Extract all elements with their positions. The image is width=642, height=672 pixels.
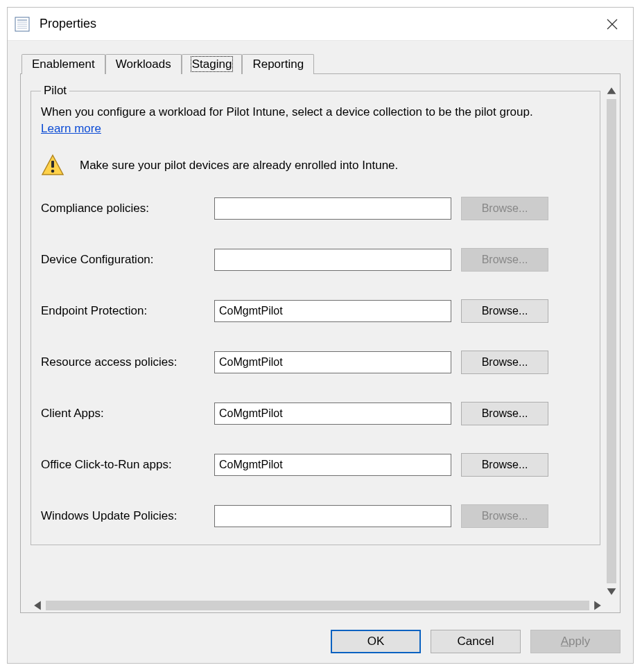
browse-resource-access-policies[interactable]: Browse... xyxy=(461,351,548,374)
svg-marker-12 xyxy=(607,588,616,595)
row-resource-access-policies: Resource access policies: Browse... xyxy=(41,351,590,374)
input-windows-update-policies[interactable] xyxy=(214,505,451,527)
scroll-right-arrow[interactable] xyxy=(592,600,603,611)
close-icon xyxy=(607,19,618,30)
row-compliance-policies: Compliance policies: Browse... xyxy=(41,197,590,220)
svg-marker-14 xyxy=(594,601,601,610)
pilot-group: Pilot When you configure a workload for … xyxy=(31,84,600,545)
titlebar: Properties xyxy=(8,8,633,41)
pilot-legend: Pilot xyxy=(41,84,69,98)
app-icon xyxy=(15,17,30,32)
label-device-configuration: Device Configuration: xyxy=(41,253,214,267)
properties-dialog: Properties Enablement Workloads Staging … xyxy=(7,7,634,664)
scroll-area: Pilot When you configure a workload for … xyxy=(31,84,620,599)
dialog-body: Enablement Workloads Staging Reporting P… xyxy=(8,41,633,620)
input-compliance-policies[interactable] xyxy=(214,197,451,220)
vertical-scroll-thumb[interactable] xyxy=(607,99,616,583)
row-client-apps: Client Apps: Browse... xyxy=(41,402,590,425)
browse-windows-update-policies[interactable]: Browse... xyxy=(461,504,548,528)
label-windows-update-policies: Windows Update Policies: xyxy=(41,509,214,523)
browse-client-apps[interactable]: Browse... xyxy=(461,402,548,425)
row-windows-update-policies: Windows Update Policies: Browse... xyxy=(41,504,590,528)
warning-text: Make sure your pilot devices are already… xyxy=(80,159,398,173)
svg-marker-13 xyxy=(34,601,41,610)
row-device-configuration: Device Configuration: Browse... xyxy=(41,248,590,272)
window-title: Properties xyxy=(40,17,597,31)
warning-row: Make sure your pilot devices are already… xyxy=(41,154,590,177)
ok-button[interactable]: OK xyxy=(331,630,421,653)
tab-reporting[interactable]: Reporting xyxy=(242,54,314,74)
dialog-button-row: OK Cancel Apply xyxy=(8,620,633,663)
label-resource-access-policies: Resource access policies: xyxy=(41,355,214,369)
horizontal-scroll-thumb[interactable] xyxy=(46,601,589,610)
warning-icon xyxy=(41,154,64,177)
scroll-left-arrow[interactable] xyxy=(32,600,43,611)
label-compliance-policies: Compliance policies: xyxy=(41,202,214,215)
tab-panel-staging: Pilot When you configure a workload for … xyxy=(20,73,621,613)
horizontal-scrollbar[interactable] xyxy=(31,599,605,612)
input-device-configuration[interactable] xyxy=(214,249,451,271)
apply-button[interactable]: Apply xyxy=(530,630,621,653)
vertical-scrollbar[interactable] xyxy=(605,84,618,599)
scroll-down-arrow[interactable] xyxy=(606,586,617,597)
browse-office-ctr-apps[interactable]: Browse... xyxy=(461,453,548,477)
learn-more-link[interactable]: Learn more xyxy=(41,122,101,136)
browse-endpoint-protection[interactable]: Browse... xyxy=(461,299,548,323)
scroll-up-arrow[interactable] xyxy=(606,85,617,96)
svg-rect-9 xyxy=(51,161,54,168)
label-client-apps: Client Apps: xyxy=(41,407,214,421)
input-resource-access-policies[interactable] xyxy=(214,351,451,373)
tab-enablement[interactable]: Enablement xyxy=(21,54,105,74)
tabstrip: Enablement Workloads Staging Reporting xyxy=(20,53,621,74)
input-endpoint-protection[interactable] xyxy=(214,300,451,322)
input-office-ctr-apps[interactable] xyxy=(214,454,451,476)
label-office-ctr-apps: Office Click-to-Run apps: xyxy=(41,458,214,472)
input-client-apps[interactable] xyxy=(214,403,451,425)
cancel-button[interactable]: Cancel xyxy=(431,630,521,653)
tab-staging[interactable]: Staging xyxy=(182,54,243,74)
content-viewport: Pilot When you configure a workload for … xyxy=(31,84,605,599)
label-endpoint-protection: Endpoint Protection: xyxy=(41,304,214,318)
pilot-description: When you configure a workload for Pilot … xyxy=(41,105,590,121)
close-button[interactable] xyxy=(597,12,627,37)
browse-compliance-policies[interactable]: Browse... xyxy=(461,197,548,220)
browse-device-configuration[interactable]: Browse... xyxy=(461,248,548,272)
svg-marker-11 xyxy=(607,87,616,94)
tab-workloads[interactable]: Workloads xyxy=(105,54,182,74)
row-office-ctr-apps: Office Click-to-Run apps: Browse... xyxy=(41,453,590,477)
tab-container: Enablement Workloads Staging Reporting P… xyxy=(20,53,621,613)
svg-point-10 xyxy=(51,170,55,173)
row-endpoint-protection: Endpoint Protection: Browse... xyxy=(41,299,590,323)
